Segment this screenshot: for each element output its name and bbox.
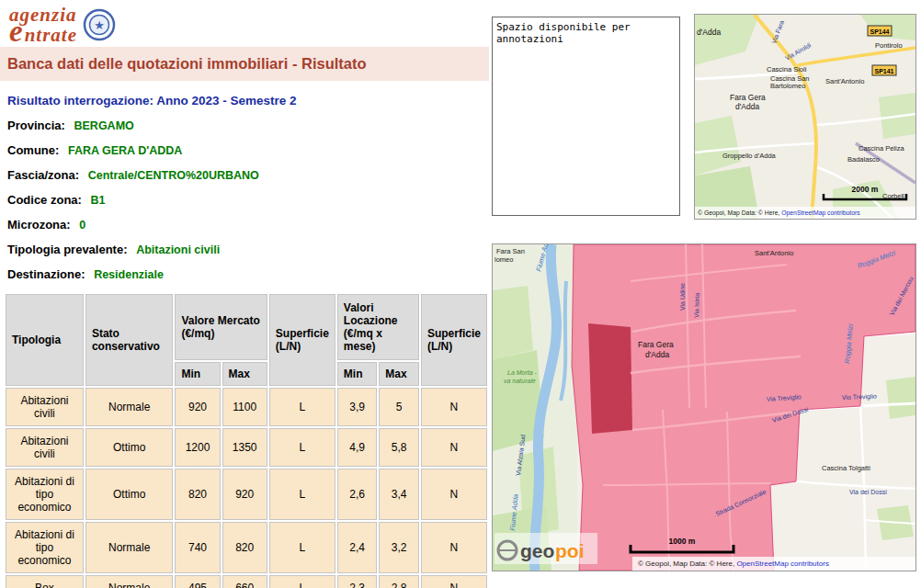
col-header-min-mercato: Min xyxy=(175,362,220,386)
field-value: Abitazioni civili xyxy=(136,243,220,256)
label-via-udine: Via Udine xyxy=(679,283,686,311)
col-header-stato-conservativo: Stato conservativo xyxy=(85,294,174,386)
zone-dense-core xyxy=(588,323,632,434)
geopoi-logo: geo poi xyxy=(495,533,597,564)
logo-text: agenzia e ntrate xyxy=(9,7,77,43)
label-cascina-peliza: Cascina Peliza xyxy=(858,144,904,153)
cell-stato: Ottimo xyxy=(85,428,174,467)
label-la-morta-1: La Morta - xyxy=(507,369,538,376)
field-codice-zona: Codice zona: B1 xyxy=(7,193,489,207)
cell-vm-min: 920 xyxy=(175,388,220,426)
cell-sup2: N xyxy=(421,428,487,467)
cell-stato: Normale xyxy=(85,575,174,588)
field-microzona: Microzona: 0 xyxy=(7,218,489,232)
cell-vm-min: 820 xyxy=(175,469,220,520)
logo-line2-rest: ntrate xyxy=(25,28,77,43)
label-fara-gera-1: Fara Gera xyxy=(730,93,766,102)
col-header-superficie-2: Superficie (L/N) xyxy=(421,294,487,386)
scale-text: 2000 m xyxy=(852,185,879,194)
cell-vl-min: 4,9 xyxy=(337,428,377,467)
field-comune: Comune: FARA GERA D'ADDA xyxy=(7,143,489,157)
field-label: Fascia/zona: xyxy=(7,168,79,182)
cell-sup2: N xyxy=(421,575,487,588)
cell-stato: Normale xyxy=(85,388,174,426)
cell-sup1: L xyxy=(269,469,335,520)
field-provincia: Provincia: BERGAMO xyxy=(7,119,489,132)
overview-map-canvas: SP144 SP141 d'Adda Pontirolo Via Fara Vi… xyxy=(695,15,915,219)
label-fara-san-2: lomeo xyxy=(495,255,513,264)
attribution-osm-link[interactable]: OpenStreetMap contributors xyxy=(736,560,829,568)
cell-sup1: L xyxy=(269,428,335,467)
label-groppello: Groppello d'Adda xyxy=(722,152,777,160)
cell-stato: Normale xyxy=(85,522,174,573)
label-fara-gera-2: d'Adda xyxy=(645,350,669,359)
cell-tipologia: Abitazioni di tipo economico xyxy=(6,469,84,520)
cell-vl-min: 2,3 xyxy=(337,575,377,588)
agenzia-entrate-logo[interactable]: agenzia e ntrate ★ xyxy=(9,5,489,45)
field-value: B1 xyxy=(91,194,106,207)
table-row: Abitazioni civili Ottimo 1200 1350 L 4,9… xyxy=(6,428,487,467)
map-attribution: © Geopoi, Map Data: © Here, OpenStreetMa… xyxy=(698,209,860,217)
col-header-min-locazione: Min xyxy=(337,362,377,386)
col-header-valori-locazione: Valori Locazione (€/mq x mese) xyxy=(337,294,419,360)
label-dadda: d'Adda xyxy=(697,28,721,37)
cell-sup1: L xyxy=(269,388,335,426)
cell-vm-min: 495 xyxy=(175,575,220,588)
label-sant-antonio: Sant'Antonio xyxy=(825,77,864,85)
field-label: Microzona: xyxy=(7,218,71,232)
zone-map-canvas: Fara San lomeo Fiume Adda Sant'Antonio R… xyxy=(493,244,915,571)
field-destinazione: Destinazione: Residenziale xyxy=(7,267,489,281)
cell-vl-min: 2,4 xyxy=(337,522,377,573)
cell-stato: Ottimo xyxy=(85,469,174,520)
cell-vm-max: 660 xyxy=(222,575,267,588)
geopoi-logo-geo: geo xyxy=(520,540,554,561)
label-cascina-tolgatti: Cascina Tolgatti xyxy=(822,464,870,472)
label-fara-gera-1: Fara Gera xyxy=(638,340,674,349)
field-value: 0 xyxy=(79,219,85,232)
cell-vl-min: 2,6 xyxy=(337,469,377,520)
cell-sup2: N xyxy=(421,469,487,520)
col-header-valore-mercato: Valore Mercato (€/mq) xyxy=(175,294,267,360)
svg-text:★: ★ xyxy=(94,18,105,32)
label-fara-san-1: Fara San xyxy=(496,247,525,255)
label-la-morta-2: va naturale xyxy=(504,378,536,384)
cell-vl-max: 5,8 xyxy=(379,428,419,467)
cell-sup2: N xyxy=(421,522,487,573)
cell-sup1: L xyxy=(269,522,335,573)
cell-vm-min: 1200 xyxy=(175,428,220,467)
cell-vm-max: 1100 xyxy=(222,388,267,426)
italy-emblem-icon: ★ xyxy=(83,8,116,41)
page: agenzia e ntrate ★ Banca dati delle quot… xyxy=(0,0,921,588)
zone-map[interactable]: Fara San lomeo Fiume Adda Sant'Antonio R… xyxy=(492,243,916,571)
attribution-text: © Geopoi, Map Data: © Here, xyxy=(638,560,736,568)
cell-vl-max: 3,2 xyxy=(379,522,419,573)
cell-vl-max: 2,8 xyxy=(379,575,419,588)
cell-tipologia: Abitazioni civili xyxy=(6,388,84,426)
overview-map[interactable]: SP144 SP141 d'Adda Pontirolo Via Fara Vi… xyxy=(694,14,916,220)
badge-sp144: SP144 xyxy=(870,28,889,35)
col-header-tipologia: Tipologia xyxy=(6,294,84,386)
logo-line2: e ntrate xyxy=(9,23,77,43)
page-title: Banca dati delle quotazioni immobiliari … xyxy=(7,55,367,72)
cell-tipologia: Abitazioni civili xyxy=(6,428,84,467)
cell-vl-min: 3,9 xyxy=(337,388,377,426)
table-row: Abitazioni di tipo economico Normale 740… xyxy=(6,522,487,573)
col-header-max-locazione: Max xyxy=(379,362,419,386)
main-content: agenzia e ntrate ★ Banca dati delle quot… xyxy=(0,0,489,588)
page-header: Banca dati delle quotazioni immobiliari … xyxy=(0,47,489,81)
cell-vm-max: 1350 xyxy=(222,428,267,467)
geopoi-logo-poi: poi xyxy=(555,540,585,561)
attribution-osm-link[interactable]: OpenStreetMap contributors xyxy=(781,209,860,217)
field-value: Residenziale xyxy=(94,268,164,281)
col-header-max-mercato: Max xyxy=(222,362,267,386)
label-via-dei-dossi-2: Via dei Dossi xyxy=(849,489,887,495)
cell-tipologia: Box xyxy=(6,575,84,588)
cell-vm-max: 820 xyxy=(222,522,267,573)
cell-sup2: N xyxy=(421,388,487,426)
field-value: FARA GERA D'ADDA xyxy=(68,144,182,157)
label-pontirolo: Pontirolo xyxy=(875,41,903,50)
result-fields: Provincia: BERGAMO Comune: FARA GERA D'A… xyxy=(7,119,489,281)
annotations-textarea[interactable]: Spazio disponibile per annotazioni xyxy=(492,17,680,216)
field-label: Provincia: xyxy=(7,119,65,132)
map-attribution: © Geopoi, Map Data: © Here, OpenStreetMa… xyxy=(638,560,829,568)
